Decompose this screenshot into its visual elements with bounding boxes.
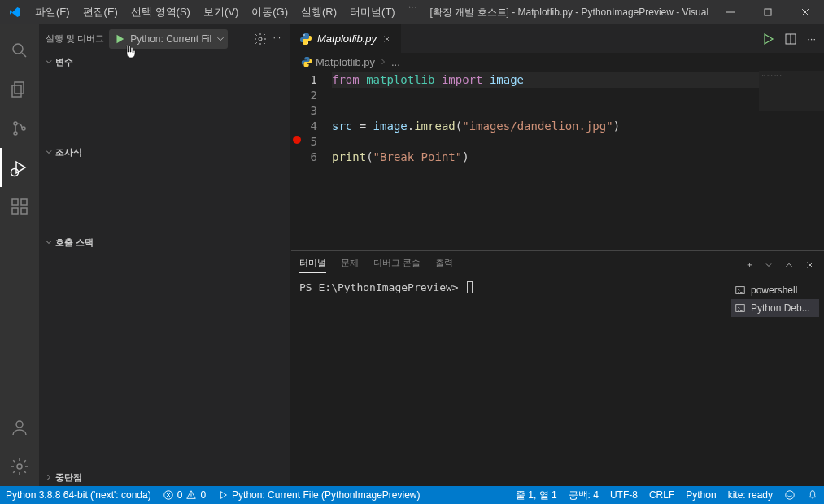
svg-point-5 — [14, 132, 17, 135]
status-feedback-icon[interactable] — [778, 486, 801, 504]
code-area[interactable]: from matplotlib import image src = image… — [332, 71, 759, 250]
window-title: [확장 개발 호스트] - Matplotlib.py - PythonImag… — [424, 6, 712, 20]
debug-icon — [217, 489, 229, 501]
new-terminal-icon[interactable]: ＋ — [745, 259, 754, 271]
warning-icon — [185, 489, 197, 501]
activity-explorer-icon[interactable] — [0, 70, 39, 109]
panel-tab-problems[interactable]: 문제 — [341, 257, 359, 272]
debug-settings-icon[interactable] — [254, 33, 267, 46]
activity-scm-icon[interactable] — [0, 109, 39, 148]
status-language[interactable]: Python — [680, 486, 722, 504]
svg-point-13 — [17, 464, 22, 469]
python-file-icon — [301, 56, 312, 67]
svg-rect-8 — [12, 199, 18, 205]
window-controls — [712, 0, 824, 24]
terminal[interactable]: PS E:\PythonImagePreview> — [291, 278, 726, 486]
section-callstack[interactable]: 호출 스택 — [39, 233, 290, 251]
section-variables[interactable]: 변수 — [39, 53, 290, 71]
editor-group: Matplotlib.py ··· Matplotlib.py — [291, 24, 824, 486]
status-eol[interactable]: CRLF — [643, 486, 680, 504]
terminal-list: powershell Python Deb... — [726, 278, 824, 486]
status-encoding[interactable]: UTF-8 — [604, 486, 643, 504]
activity-search-icon[interactable] — [0, 31, 39, 70]
gutter: 1 2 3 4 5 6 — [291, 71, 332, 250]
panel-tab-debugconsole[interactable]: 디버그 콘솔 — [373, 257, 421, 272]
tabs-bar: Matplotlib.py ··· — [291, 24, 824, 53]
panel-close-icon[interactable] — [804, 259, 816, 271]
minimap[interactable]: ▬▬ ▬▬▬ ▬▬ ▬▬ ▬ ▬▬▬▬▬▬▬▬▬▬▬ — [759, 71, 824, 250]
svg-rect-9 — [12, 208, 18, 214]
menu-more-icon[interactable]: ··· — [402, 0, 424, 24]
editor-more-icon[interactable]: ··· — [807, 33, 816, 45]
status-debug-config[interactable]: Python: Current File (PythonImagePreview… — [211, 486, 425, 504]
editor-tab[interactable]: Matplotlib.py — [291, 24, 402, 53]
chevron-down-icon — [42, 57, 55, 67]
chevron-down-icon — [42, 237, 55, 247]
close-button[interactable] — [787, 0, 824, 24]
debug-config-selector[interactable]: Python: Current Fil — [109, 29, 228, 49]
vscode-logo-icon — [0, 6, 28, 19]
svg-rect-3 — [12, 85, 21, 97]
maximize-button[interactable] — [749, 0, 787, 24]
panel-tab-terminal[interactable]: 터미널 — [299, 257, 326, 273]
python-file-icon — [299, 33, 312, 46]
svg-point-15 — [303, 34, 305, 36]
status-bell-icon[interactable] — [801, 486, 824, 504]
menu-edit[interactable]: 편집(E) — [76, 0, 124, 24]
error-icon — [163, 489, 174, 501]
tabs-actions: ··· — [753, 24, 824, 53]
terminal-prompt: PS E:\PythonImagePreview> — [299, 281, 465, 293]
status-problems[interactable]: 0 0 — [157, 486, 211, 504]
panel-tab-output[interactable]: 출력 — [435, 257, 453, 272]
section-watch[interactable]: 조사식 — [39, 143, 290, 161]
debug-more-icon[interactable]: ··· — [273, 33, 281, 46]
svg-rect-0 — [765, 9, 771, 15]
menu-terminal[interactable]: 터미널(T) — [343, 0, 402, 24]
code-editor[interactable]: 1 2 3 4 5 6 from matplotlib import image… — [291, 71, 824, 250]
terminal-dropdown-icon[interactable] — [764, 260, 774, 270]
menu-run[interactable]: 실행(R) — [294, 0, 343, 24]
chevron-down-icon — [42, 147, 55, 157]
menu-select[interactable]: 선택 영역(S) — [124, 0, 197, 24]
svg-rect-11 — [21, 199, 27, 205]
editor-tab-name: Matplotlib.py — [317, 33, 377, 45]
terminal-icon — [735, 285, 746, 296]
terminal-item[interactable]: powershell — [731, 281, 819, 299]
status-python-env[interactable]: Python 3.8.8 64-bit ('next': conda) — [0, 486, 157, 504]
breakpoint-icon[interactable] — [293, 136, 301, 144]
debug-config-name: Python: Current Fil — [127, 33, 215, 45]
menu-view[interactable]: 보기(V) — [197, 0, 245, 24]
breadcrumb-more: ... — [391, 56, 400, 68]
debug-sidebar: 실행 및 디버그 Python: Current Fil ··· 변수 — [39, 24, 291, 486]
run-file-icon[interactable] — [761, 33, 774, 46]
split-editor-icon[interactable] — [784, 33, 797, 46]
activity-bar — [0, 24, 39, 486]
close-icon[interactable] — [381, 33, 393, 45]
sidebar-title: 실행 및 디버그 — [46, 33, 107, 45]
section-breakpoints[interactable]: 중단점 — [39, 468, 290, 486]
terminal-icon — [735, 302, 746, 314]
menu-go[interactable]: 이동(G) — [245, 0, 294, 24]
activity-debug-icon[interactable] — [0, 148, 39, 187]
status-lncol[interactable]: 줄 1, 열 1 — [510, 486, 563, 504]
sidebar-header: 실행 및 디버그 Python: Current Fil ··· — [39, 24, 290, 53]
chevron-down-icon[interactable] — [215, 33, 226, 45]
activity-settings-icon[interactable] — [0, 447, 39, 486]
status-indent[interactable]: 공백: 4 — [563, 486, 604, 504]
terminal-cursor — [467, 281, 473, 293]
breadcrumb-filename: Matplotlib.py — [316, 56, 375, 68]
breadcrumbs[interactable]: Matplotlib.py ... — [291, 53, 824, 71]
debug-start-icon[interactable] — [112, 33, 127, 45]
menu-file[interactable]: 파일(F) — [28, 0, 76, 24]
minimize-button[interactable] — [712, 0, 749, 24]
svg-rect-2 — [15, 82, 24, 93]
chevron-right-icon — [378, 57, 388, 67]
svg-point-21 — [786, 491, 795, 500]
terminal-item[interactable]: Python Deb... — [731, 299, 819, 317]
status-kite[interactable]: kite: ready — [722, 486, 778, 504]
panel-tabs: 터미널 문제 디버그 콘솔 출력 ＋ — [291, 251, 824, 278]
activity-extensions-icon[interactable] — [0, 187, 39, 226]
panel-maximize-icon[interactable] — [783, 259, 795, 271]
svg-rect-10 — [21, 208, 27, 214]
activity-account-icon[interactable] — [0, 408, 39, 447]
